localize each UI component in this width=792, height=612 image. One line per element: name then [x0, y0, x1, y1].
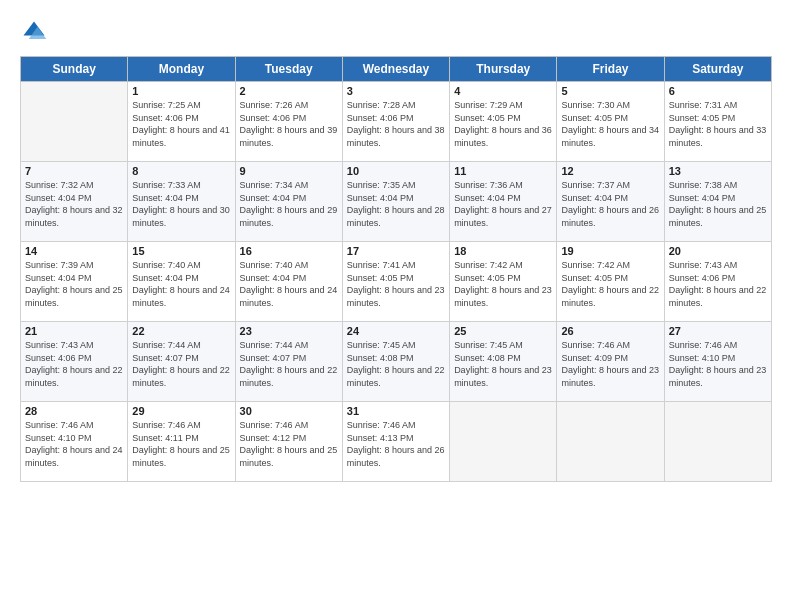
- weekday-saturday: Saturday: [664, 57, 771, 82]
- day-info: Sunrise: 7:41 AMSunset: 4:05 PMDaylight:…: [347, 259, 445, 309]
- sunset-value: 4:05 PM: [487, 113, 521, 123]
- day-number: 2: [240, 85, 338, 97]
- sunrise-label: Sunrise:: [347, 260, 380, 270]
- sunrise-value: 7:46 AM: [382, 420, 415, 430]
- week-row-0: 1Sunrise: 7:25 AMSunset: 4:06 PMDaylight…: [21, 82, 772, 162]
- weekday-wednesday: Wednesday: [342, 57, 449, 82]
- sunrise-value: 7:46 AM: [704, 340, 737, 350]
- sunrise-label: Sunrise:: [347, 180, 380, 190]
- daylight-label: Daylight:: [454, 285, 489, 295]
- sunrise-label: Sunrise:: [25, 340, 58, 350]
- sunset-value: 4:11 PM: [165, 433, 199, 443]
- day-info: Sunrise: 7:43 AMSunset: 4:06 PMDaylight:…: [669, 259, 767, 309]
- day-number: 16: [240, 245, 338, 257]
- day-info: Sunrise: 7:43 AMSunset: 4:06 PMDaylight:…: [25, 339, 123, 389]
- logo-icon: [20, 18, 48, 46]
- sunset-value: 4:05 PM: [380, 273, 414, 283]
- calendar-cell: 3Sunrise: 7:28 AMSunset: 4:06 PMDaylight…: [342, 82, 449, 162]
- sunrise-label: Sunrise:: [132, 180, 165, 190]
- sunrise-label: Sunrise:: [669, 340, 702, 350]
- sunrise-value: 7:40 AM: [168, 260, 201, 270]
- sunset-label: Sunset:: [669, 113, 700, 123]
- day-info: Sunrise: 7:45 AMSunset: 4:08 PMDaylight:…: [347, 339, 445, 389]
- daylight-label: Daylight:: [454, 205, 489, 215]
- day-info: Sunrise: 7:44 AMSunset: 4:07 PMDaylight:…: [132, 339, 230, 389]
- calendar-cell: 28Sunrise: 7:46 AMSunset: 4:10 PMDayligh…: [21, 402, 128, 482]
- sunrise-value: 7:44 AM: [168, 340, 201, 350]
- daylight-label: Daylight:: [561, 365, 596, 375]
- calendar-cell: 8Sunrise: 7:33 AMSunset: 4:04 PMDaylight…: [128, 162, 235, 242]
- sunrise-label: Sunrise:: [454, 180, 487, 190]
- sunrise-value: 7:36 AM: [490, 180, 523, 190]
- sunset-value: 4:05 PM: [702, 113, 736, 123]
- sunrise-value: 7:43 AM: [704, 260, 737, 270]
- day-info: Sunrise: 7:46 AMSunset: 4:09 PMDaylight:…: [561, 339, 659, 389]
- sunrise-label: Sunrise:: [240, 340, 273, 350]
- sunrise-label: Sunrise:: [669, 100, 702, 110]
- sunrise-value: 7:43 AM: [61, 340, 94, 350]
- calendar-cell: 15Sunrise: 7:40 AMSunset: 4:04 PMDayligh…: [128, 242, 235, 322]
- sunset-value: 4:08 PM: [380, 353, 414, 363]
- calendar-cell: 23Sunrise: 7:44 AMSunset: 4:07 PMDayligh…: [235, 322, 342, 402]
- calendar-table: SundayMondayTuesdayWednesdayThursdayFrid…: [20, 56, 772, 482]
- sunrise-label: Sunrise:: [669, 260, 702, 270]
- day-number: 4: [454, 85, 552, 97]
- sunset-value: 4:04 PM: [165, 273, 199, 283]
- sunrise-label: Sunrise:: [669, 180, 702, 190]
- calendar-cell: 7Sunrise: 7:32 AMSunset: 4:04 PMDaylight…: [21, 162, 128, 242]
- sunrise-value: 7:45 AM: [490, 340, 523, 350]
- calendar-cell: 27Sunrise: 7:46 AMSunset: 4:10 PMDayligh…: [664, 322, 771, 402]
- sunrise-value: 7:45 AM: [382, 340, 415, 350]
- day-number: 17: [347, 245, 445, 257]
- sunset-label: Sunset:: [454, 353, 485, 363]
- calendar-cell: 12Sunrise: 7:37 AMSunset: 4:04 PMDayligh…: [557, 162, 664, 242]
- sunset-label: Sunset:: [561, 193, 592, 203]
- day-info: Sunrise: 7:42 AMSunset: 4:05 PMDaylight:…: [454, 259, 552, 309]
- sunrise-value: 7:46 AM: [168, 420, 201, 430]
- day-number: 23: [240, 325, 338, 337]
- day-number: 25: [454, 325, 552, 337]
- sunset-label: Sunset:: [347, 433, 378, 443]
- calendar-cell: 24Sunrise: 7:45 AMSunset: 4:08 PMDayligh…: [342, 322, 449, 402]
- weekday-thursday: Thursday: [450, 57, 557, 82]
- calendar-cell: 26Sunrise: 7:46 AMSunset: 4:09 PMDayligh…: [557, 322, 664, 402]
- daylight-label: Daylight:: [454, 365, 489, 375]
- week-row-3: 21Sunrise: 7:43 AMSunset: 4:06 PMDayligh…: [21, 322, 772, 402]
- daylight-label: Daylight:: [25, 365, 60, 375]
- sunrise-label: Sunrise:: [454, 100, 487, 110]
- sunset-value: 4:06 PM: [702, 273, 736, 283]
- day-number: 22: [132, 325, 230, 337]
- sunrise-value: 7:42 AM: [490, 260, 523, 270]
- daylight-label: Daylight:: [132, 445, 167, 455]
- sunrise-label: Sunrise:: [561, 260, 594, 270]
- weekday-sunday: Sunday: [21, 57, 128, 82]
- sunset-label: Sunset:: [454, 113, 485, 123]
- sunset-label: Sunset:: [669, 193, 700, 203]
- sunset-label: Sunset:: [454, 193, 485, 203]
- day-number: 3: [347, 85, 445, 97]
- weekday-friday: Friday: [557, 57, 664, 82]
- sunrise-label: Sunrise:: [347, 100, 380, 110]
- sunset-value: 4:07 PM: [165, 353, 199, 363]
- week-row-1: 7Sunrise: 7:32 AMSunset: 4:04 PMDaylight…: [21, 162, 772, 242]
- daylight-label: Daylight:: [669, 365, 704, 375]
- daylight-label: Daylight:: [25, 205, 60, 215]
- day-info: Sunrise: 7:40 AMSunset: 4:04 PMDaylight:…: [240, 259, 338, 309]
- sunset-value: 4:06 PM: [380, 113, 414, 123]
- week-row-2: 14Sunrise: 7:39 AMSunset: 4:04 PMDayligh…: [21, 242, 772, 322]
- sunrise-label: Sunrise:: [561, 340, 594, 350]
- daylight-label: Daylight:: [240, 445, 275, 455]
- day-info: Sunrise: 7:26 AMSunset: 4:06 PMDaylight:…: [240, 99, 338, 149]
- sunrise-value: 7:30 AM: [597, 100, 630, 110]
- sunset-label: Sunset:: [132, 193, 163, 203]
- day-info: Sunrise: 7:35 AMSunset: 4:04 PMDaylight:…: [347, 179, 445, 229]
- sunrise-label: Sunrise:: [561, 180, 594, 190]
- week-row-4: 28Sunrise: 7:46 AMSunset: 4:10 PMDayligh…: [21, 402, 772, 482]
- calendar-cell: 2Sunrise: 7:26 AMSunset: 4:06 PMDaylight…: [235, 82, 342, 162]
- daylight-label: Daylight:: [240, 365, 275, 375]
- sunset-label: Sunset:: [132, 113, 163, 123]
- sunset-label: Sunset:: [347, 193, 378, 203]
- day-number: 26: [561, 325, 659, 337]
- daylight-label: Daylight:: [347, 365, 382, 375]
- sunrise-value: 7:46 AM: [597, 340, 630, 350]
